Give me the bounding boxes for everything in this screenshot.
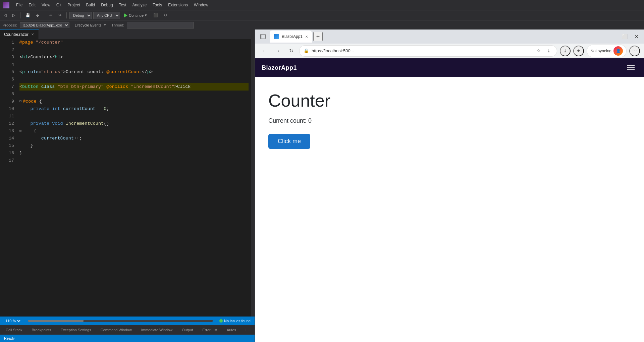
read-aloud-icon[interactable]: ⭳ bbox=[545, 47, 553, 55]
code-btn-tag: button bbox=[22, 83, 41, 91]
browser-sidebar-btn[interactable] bbox=[258, 31, 268, 42]
tab-output[interactable]: Output bbox=[177, 326, 197, 334]
tab-error-list[interactable]: Error List bbox=[198, 326, 222, 334]
hamburger-menu[interactable] bbox=[625, 63, 637, 73]
tab-breakpoints[interactable]: Breakpoints bbox=[28, 326, 56, 334]
code-eq2: = bbox=[55, 83, 57, 91]
click-me-button[interactable]: Click me bbox=[268, 134, 310, 149]
toolbar-forward-btn[interactable]: ▷ bbox=[10, 12, 17, 18]
code-currentcount-var: currentCount bbox=[63, 105, 96, 113]
browser-tab-blazor[interactable]: BlazorApp1 ✕ bbox=[270, 31, 312, 43]
zoom-select[interactable]: 110 % bbox=[4, 319, 21, 323]
thread-input[interactable] bbox=[127, 22, 194, 28]
tab-counter-razor[interactable]: Counter.razor ✕ bbox=[0, 30, 39, 39]
toolbar-redo-btn[interactable]: ↪ bbox=[56, 12, 64, 18]
status-ok-icon bbox=[219, 319, 223, 323]
browser-tab-close-btn[interactable]: ✕ bbox=[305, 35, 308, 39]
collapse-btn-13[interactable]: ⊟ bbox=[19, 127, 21, 135]
browser-minimize-btn[interactable]: — bbox=[608, 32, 617, 41]
line-numbers: 1 2 3 4 5 6 7 8 9 10 11 12 13 14 15 16 1 bbox=[0, 39, 17, 317]
vs-processbar: Process: [15324] BlazorApp1.exe Lifecycl… bbox=[0, 20, 644, 30]
toolbar-saveall-btn[interactable]: ⬙ bbox=[34, 12, 41, 18]
tab-command-window[interactable]: Command Window bbox=[96, 326, 136, 334]
line-num-14: 14 bbox=[0, 135, 14, 142]
tab-immediate-window[interactable]: Immediate Window bbox=[137, 326, 177, 334]
editor-scrollbar[interactable] bbox=[251, 39, 255, 317]
code-line-16: } bbox=[19, 150, 249, 157]
vs-toolbar: ◁ ▷ 💾 ⬙ ↩ ↪ Debug Any CPU Continue ▾ ⬛ ↺ bbox=[0, 10, 644, 20]
address-bar[interactable]: 🔒 https://localhost:500... ☆ ⭳ bbox=[299, 45, 557, 57]
toolbar-undo-btn[interactable]: ↩ bbox=[47, 12, 55, 18]
code-role-attr: role bbox=[28, 68, 38, 76]
code-editor[interactable]: 1 2 3 4 5 6 7 8 9 10 11 12 13 14 15 16 1 bbox=[0, 39, 255, 317]
code-private-2: private bbox=[30, 120, 52, 127]
menu-file[interactable]: File bbox=[13, 1, 25, 9]
toolbar-back-btn[interactable]: ◁ bbox=[1, 12, 9, 18]
line-num-5: 5 bbox=[0, 68, 14, 76]
browser-more-btn[interactable]: ··· bbox=[629, 46, 640, 56]
code-p-tag: p bbox=[22, 68, 28, 76]
code-increment-str: "IncrementCount" bbox=[131, 83, 174, 91]
code-line-6 bbox=[19, 76, 249, 83]
menu-edit[interactable]: Edit bbox=[26, 1, 38, 9]
bottom-tabs: Call Stack Breakpoints Exception Setting… bbox=[0, 325, 255, 335]
menu-analyze[interactable]: Analyze bbox=[130, 1, 150, 9]
vs-logo-icon bbox=[3, 2, 9, 8]
debug-config-dropdown[interactable]: Debug bbox=[69, 12, 92, 19]
code-line-9: ⊟ @code { bbox=[19, 98, 249, 105]
menu-tools[interactable]: Tools bbox=[150, 1, 165, 9]
tab-autos[interactable]: Autos bbox=[222, 326, 240, 334]
cpu-dropdown[interactable]: Any CPU bbox=[93, 12, 120, 19]
code-counter-str: "/counter" bbox=[36, 39, 63, 46]
tab-locals[interactable]: L... bbox=[241, 326, 255, 334]
line-num-11: 11 bbox=[0, 113, 14, 120]
code-line-5: <p role="status">Current count: @current… bbox=[19, 68, 249, 76]
menu-window[interactable]: Window bbox=[191, 1, 211, 9]
line-num-10: 10 bbox=[0, 105, 14, 113]
process-select[interactable]: [15324] BlazorApp1.exe bbox=[20, 22, 69, 28]
browser-back-btn[interactable]: ← bbox=[259, 46, 270, 56]
browser-titlebar: BlazorApp1 ✕ + — ⬜ ✕ bbox=[255, 30, 644, 44]
browser-refresh-btn[interactable]: ↻ bbox=[286, 46, 297, 56]
line-num-15: 15 bbox=[0, 142, 14, 150]
line-num-8: 8 bbox=[0, 91, 14, 98]
continue-button[interactable]: Continue ▾ bbox=[121, 12, 150, 18]
menu-view[interactable]: View bbox=[39, 1, 53, 9]
continue-dropdown-icon: ▾ bbox=[145, 13, 147, 17]
code-void: void bbox=[52, 120, 66, 127]
browser-close-btn[interactable]: ✕ bbox=[632, 32, 641, 41]
menu-build[interactable]: Build bbox=[84, 1, 98, 9]
browser-new-tab-btn[interactable]: + bbox=[313, 32, 323, 41]
restart-btn[interactable]: ↺ bbox=[162, 12, 169, 18]
not-syncing-button[interactable]: Not syncing 👤 bbox=[587, 45, 627, 57]
toolbar-sep2 bbox=[44, 12, 44, 18]
stop-btn[interactable]: ⬛ bbox=[151, 12, 160, 18]
menu-project[interactable]: Project bbox=[65, 1, 83, 9]
code-incrementcount-method: IncrementCount bbox=[66, 120, 104, 127]
menu-extensions[interactable]: Extensions bbox=[165, 1, 191, 9]
lifecycle-label[interactable]: Lifecycle Events bbox=[75, 23, 101, 27]
code-h1-text: Counter bbox=[30, 54, 49, 61]
favorites-list-icon[interactable]: ★ bbox=[573, 46, 584, 56]
vs-titlebar: File Edit View Git Project Build Debug T… bbox=[0, 0, 644, 10]
menu-debug[interactable]: Debug bbox=[98, 1, 115, 9]
code-open-brace: { bbox=[23, 127, 37, 135]
line-num-6: 6 bbox=[0, 76, 14, 83]
menu-test[interactable]: Test bbox=[116, 1, 129, 9]
collapse-btn-9[interactable]: ⊟ bbox=[19, 98, 21, 105]
tab-call-stack[interactable]: Call Stack bbox=[1, 326, 27, 334]
status-text: No issues found bbox=[224, 319, 251, 323]
code-brace-open: { bbox=[37, 98, 42, 105]
toolbar-save-btn[interactable]: 💾 bbox=[23, 12, 33, 18]
menu-git[interactable]: Git bbox=[54, 1, 64, 9]
browser-forward-btn[interactable]: → bbox=[272, 46, 283, 56]
favorites-icon[interactable]: ☆ bbox=[535, 47, 543, 55]
toolbar-sep1 bbox=[20, 12, 20, 18]
browser-maximize-btn[interactable]: ⬜ bbox=[620, 32, 629, 41]
tab-exception-settings[interactable]: Exception Settings bbox=[56, 326, 96, 334]
scrollbar-h[interactable] bbox=[28, 320, 213, 322]
collections-icon[interactable]: ⭳ bbox=[560, 46, 571, 56]
process-label: Process: bbox=[3, 23, 17, 27]
tab-close-btn[interactable]: ✕ bbox=[31, 32, 35, 37]
code-close-brace-outer: } bbox=[19, 150, 22, 157]
